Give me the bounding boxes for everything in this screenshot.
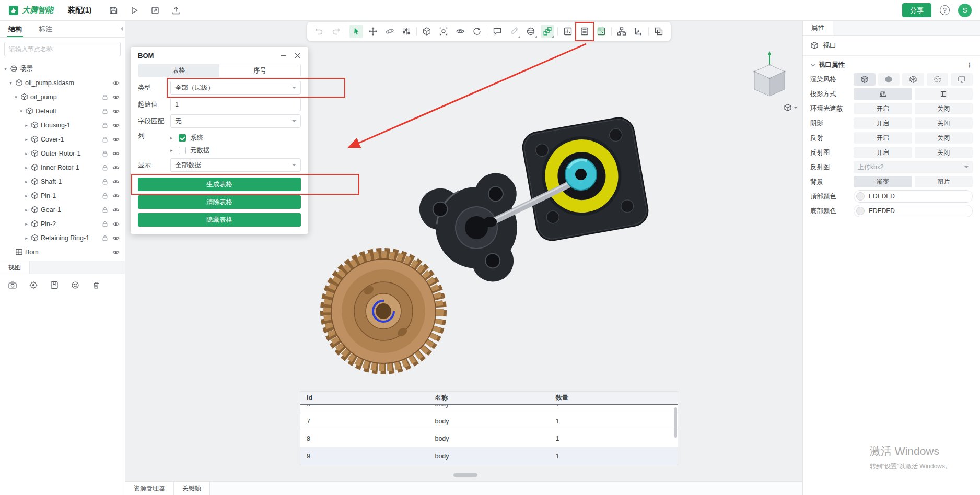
- ao-on-button[interactable]: 开启: [854, 103, 912, 114]
- tab-keyframes[interactable]: 关键帧: [174, 482, 210, 495]
- screen-icon[interactable]: [951, 73, 973, 86]
- caret-icon[interactable]: ▾: [2, 66, 9, 72]
- shadow-on-button[interactable]: 开启: [854, 117, 912, 129]
- view-cube[interactable]: [745, 49, 790, 99]
- hidden-line-cube-icon[interactable]: [927, 73, 949, 86]
- sidebar-collapse-icon[interactable]: [118, 26, 123, 31]
- eye-icon[interactable]: [112, 93, 120, 101]
- tab-views[interactable]: 视图: [0, 261, 30, 274]
- eye-icon[interactable]: [112, 220, 120, 228]
- save-button[interactable]: [107, 4, 120, 17]
- viewport-object-row[interactable]: 视口: [803, 36, 980, 56]
- tree-item-retaining-ring-1[interactable]: ▸ Retaining Ring-1: [0, 231, 125, 245]
- axes-icon[interactable]: [632, 25, 645, 38]
- help-icon[interactable]: [940, 5, 950, 15]
- orbit-icon[interactable]: [383, 25, 396, 38]
- display-select[interactable]: 全部数据: [170, 158, 301, 172]
- caret-icon[interactable]: ▾: [13, 95, 19, 100]
- caret-icon[interactable]: ▸: [23, 193, 30, 198]
- reflection-on-button[interactable]: 开启: [854, 132, 912, 144]
- save-view-icon[interactable]: [48, 279, 61, 291]
- bottom-color-field[interactable]: EDEDED: [854, 205, 973, 217]
- caret-icon[interactable]: ▸: [23, 179, 30, 184]
- hide-table-button[interactable]: 隐藏表格: [138, 213, 301, 227]
- trash-icon[interactable]: [90, 279, 102, 291]
- caret-icon[interactable]: ▸: [23, 151, 30, 156]
- select-cursor-icon[interactable]: [349, 25, 363, 38]
- minimize-icon[interactable]: [280, 52, 287, 59]
- adjust-icon[interactable]: [400, 25, 413, 38]
- camera-icon[interactable]: [6, 279, 19, 291]
- eye-icon[interactable]: [112, 192, 120, 199]
- lock-icon[interactable]: [101, 220, 109, 228]
- type-select[interactable]: 全部（层级）: [170, 81, 301, 95]
- lock-icon[interactable]: [101, 93, 109, 101]
- node-search-input[interactable]: [9, 45, 116, 53]
- face-icon[interactable]: [69, 279, 81, 291]
- tree-item-oil-pump[interactable]: ▾ oil_pump: [0, 90, 125, 104]
- tree-item-gear-1[interactable]: ▸ Gear-1: [0, 203, 125, 217]
- caret-icon[interactable]: ▾: [18, 109, 25, 114]
- view-mode-widget[interactable]: [784, 103, 798, 112]
- redo-icon[interactable]: [329, 25, 343, 38]
- play-button[interactable]: [128, 4, 141, 17]
- eye-icon[interactable]: [112, 79, 120, 87]
- avatar[interactable]: S: [958, 4, 972, 17]
- table-row[interactable]: 6 body 1: [300, 405, 678, 413]
- checkbox-unchecked-icon[interactable]: [179, 147, 186, 154]
- tab-annotation[interactable]: 标注: [30, 21, 61, 37]
- caret-icon[interactable]: ▸: [23, 123, 30, 128]
- viewport-canvas[interactable]: BOM 表格 序号 类型 全部（层级）: [125, 21, 802, 495]
- background-gradient-button[interactable]: 渐变: [854, 176, 912, 187]
- upload-button[interactable]: [170, 4, 182, 17]
- scrollbar-thumb[interactable]: [674, 407, 677, 438]
- undo-icon[interactable]: [312, 25, 326, 38]
- export-button[interactable]: [149, 4, 161, 17]
- caret-icon[interactable]: ▸: [170, 135, 176, 140]
- lock-icon[interactable]: [101, 122, 109, 129]
- generate-table-button[interactable]: 生成表格: [138, 178, 301, 191]
- lock-icon[interactable]: [101, 206, 109, 214]
- table-row[interactable]: 7 body 1: [300, 413, 678, 430]
- more-menu-icon[interactable]: ⋮: [966, 61, 973, 69]
- bom-list-icon[interactable]: [578, 25, 591, 38]
- perspective-icon[interactable]: [854, 88, 912, 100]
- shadow-off-button[interactable]: 关闭: [915, 117, 973, 129]
- eye-icon[interactable]: [112, 178, 120, 185]
- material-sphere-icon[interactable]: [524, 25, 538, 38]
- eye-icon[interactable]: [112, 164, 120, 171]
- sheet-icon[interactable]: [594, 25, 608, 38]
- iso-cube-icon[interactable]: [420, 25, 434, 38]
- caret-icon[interactable]: ▸: [170, 148, 176, 153]
- shaded-cube-icon[interactable]: [854, 73, 876, 86]
- move-icon[interactable]: [366, 25, 380, 38]
- structure-icon[interactable]: [615, 25, 628, 38]
- lock-icon[interactable]: [101, 178, 109, 185]
- chevron-down-icon[interactable]: [810, 63, 815, 68]
- view-eye-icon[interactable]: [453, 25, 467, 38]
- column-item-metadata[interactable]: ▸ 元数据: [170, 144, 301, 157]
- reflection-map-select[interactable]: 上传kbx2: [854, 161, 973, 173]
- tree-item-oil-pump-sldasm[interactable]: ▾ oil_pump.sldasm: [0, 76, 125, 90]
- tree-item-housing-1[interactable]: ▸ Housing-1: [0, 118, 125, 132]
- tab-resource-manager[interactable]: 资源管理器: [125, 482, 174, 495]
- eye-icon[interactable]: [112, 206, 120, 214]
- eye-icon[interactable]: [112, 234, 120, 242]
- lock-icon[interactable]: [101, 108, 109, 115]
- bom-panel-header[interactable]: BOM: [131, 47, 308, 64]
- tab-properties[interactable]: 属性: [803, 21, 833, 35]
- target-icon[interactable]: [27, 279, 40, 291]
- table-row[interactable]: 8 body 1: [300, 430, 678, 447]
- color-swatch[interactable]: [856, 207, 865, 215]
- viewport-properties-section[interactable]: 视口属性 ⋮: [803, 56, 980, 72]
- caret-icon[interactable]: ▸: [23, 165, 30, 170]
- lock-icon[interactable]: [101, 234, 109, 242]
- caret-icon[interactable]: ▾: [7, 80, 14, 86]
- tree-item-shaft-1[interactable]: ▸ Shaft-1: [0, 174, 125, 188]
- eye-icon[interactable]: [112, 249, 120, 256]
- reflection-off-button[interactable]: 关闭: [915, 132, 973, 144]
- table-row[interactable]: 9 body 1: [300, 447, 678, 465]
- clear-table-button[interactable]: 清除表格: [138, 195, 301, 209]
- tab-structure[interactable]: 结构: [0, 21, 30, 37]
- eye-icon[interactable]: [112, 150, 120, 157]
